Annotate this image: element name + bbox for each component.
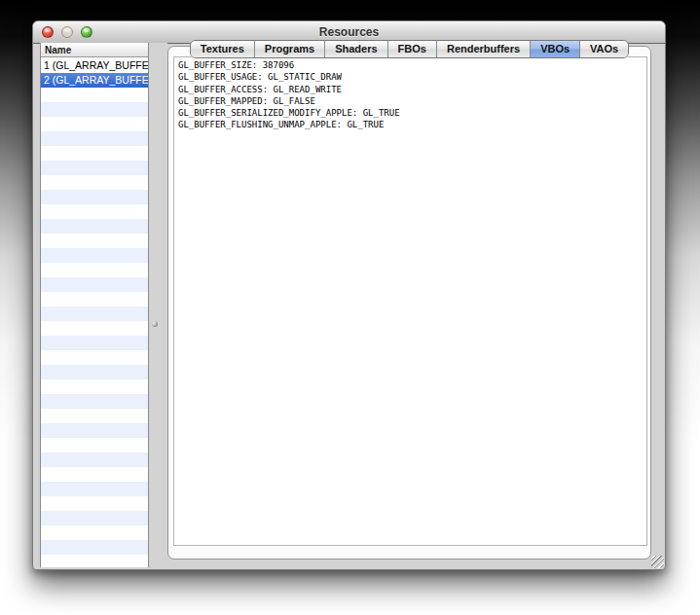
tab-renderbuffers[interactable]: Renderbuffers — [437, 41, 531, 57]
resource-type-tabs: Textures Programs Shaders FBOs Renderbuf… — [167, 40, 651, 58]
resource-sidebar: Name 1 (GL_ARRAY_BUFFER) 2 (GL_ARRAY_BUF… — [40, 43, 149, 567]
buffer-info-text[interactable]: GL_BUFFER_SIZE: 387096 GL_BUFFER_USAGE: … — [173, 56, 647, 546]
tab-programs[interactable]: Programs — [255, 41, 325, 57]
segmented-control: Textures Programs Shaders FBOs Renderbuf… — [190, 40, 629, 58]
tab-fbos[interactable]: FBOs — [388, 41, 437, 57]
list-item[interactable]: 1 (GL_ARRAY_BUFFER) — [41, 58, 148, 73]
buffer-info-line: GL_BUFFER_MAPPED: GL_FALSE — [178, 95, 646, 107]
name-column-header[interactable]: Name — [41, 43, 148, 57]
buffer-info-line: GL_BUFFER_FLUSHING_UNMAP_APPLE: GL_TRUE — [178, 119, 646, 130]
buffer-info-line: GL_BUFFER_USAGE: GL_STATIC_DRAW — [178, 71, 646, 83]
resize-grip[interactable] — [651, 556, 664, 568]
tab-vbos[interactable]: VBOs — [531, 41, 580, 57]
resources-window: Resources Name 1 (GL_ARRAY_BUFFER) 2 (GL… — [32, 20, 666, 570]
buffer-info-line: GL_BUFFER_ACCESS: GL_READ_WRITE — [178, 84, 646, 95]
splitter-dimple-icon[interactable] — [152, 321, 158, 327]
buffer-info-line: GL_BUFFER_SIZE: 387096 — [178, 59, 646, 71]
tab-textures[interactable]: Textures — [191, 41, 255, 57]
list-item-selected[interactable]: 2 (GL_ARRAY_BUFFER) — [41, 73, 148, 88]
tab-vaos[interactable]: VAOs — [580, 41, 628, 57]
splitter-handle[interactable] — [149, 43, 167, 567]
buffer-info-line: GL_BUFFER_SERIALIZED_MODIFY_APPLE: GL_TR… — [178, 107, 646, 119]
detail-group-box: GL_BUFFER_SIZE: 387096 GL_BUFFER_USAGE: … — [167, 46, 651, 560]
tab-shaders[interactable]: Shaders — [325, 41, 387, 57]
resource-list[interactable]: 1 (GL_ARRAY_BUFFER) 2 (GL_ARRAY_BUFFER) — [41, 58, 148, 567]
